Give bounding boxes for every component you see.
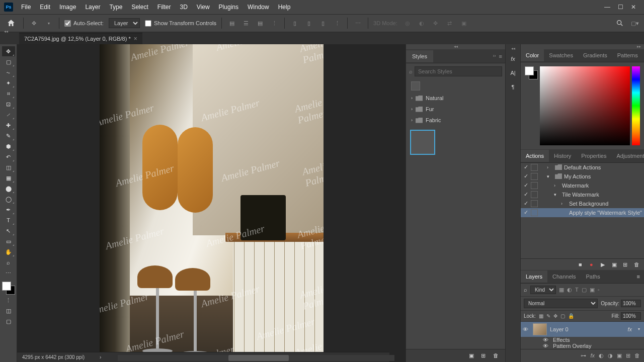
character-panel-icon[interactable]: A| bbox=[507, 67, 519, 79]
lock-brush-icon[interactable]: ✎ bbox=[546, 313, 550, 319]
show-transform-checkbox[interactable]: Show Transform Controls bbox=[145, 20, 216, 27]
styles-search-input[interactable] bbox=[415, 66, 502, 76]
search-icon[interactable] bbox=[615, 19, 625, 28]
edit-toolbar-tool[interactable]: ⋮ bbox=[2, 295, 15, 305]
layer-filter-kind[interactable]: Kind bbox=[530, 286, 556, 294]
align-top-icon[interactable]: ▯ bbox=[290, 19, 300, 28]
blur-tool[interactable]: ⬤ bbox=[2, 184, 15, 194]
history-brush-tool[interactable]: ↶ bbox=[2, 152, 15, 162]
align-left-icon[interactable]: ▤ bbox=[227, 19, 237, 28]
close-button[interactable]: ✕ bbox=[630, 4, 637, 11]
tool-preset-dropdown[interactable]: ▾ bbox=[44, 19, 54, 28]
visibility-icon[interactable]: 👁 bbox=[523, 326, 530, 332]
tab-paths[interactable]: Paths bbox=[581, 270, 605, 283]
action-row[interactable]: ✓▾My Actions bbox=[521, 172, 644, 181]
action-dialog-icon[interactable] bbox=[531, 200, 538, 207]
layer-effect-pattern-overlay[interactable]: 👁 Pattern Overlay bbox=[521, 343, 644, 349]
canvas-area[interactable]: Amelie PalmerAmelie PalmerAmelie PalmerA… bbox=[17, 44, 406, 362]
stop-icon[interactable]: ■ bbox=[579, 261, 585, 267]
heal-tool[interactable]: ✚ bbox=[2, 120, 15, 130]
layer-thumbnail[interactable] bbox=[533, 323, 547, 335]
action-check-icon[interactable]: ✓ bbox=[523, 191, 529, 198]
rectangle-tool[interactable]: ▭ bbox=[2, 236, 15, 246]
color-swatch[interactable] bbox=[2, 282, 15, 295]
maximize-button[interactable]: ☐ bbox=[617, 4, 624, 11]
path-select-tool[interactable]: ↖ bbox=[2, 226, 15, 236]
more-tool[interactable]: ⋯ bbox=[2, 268, 15, 278]
styles-delete-icon[interactable]: 🗑 bbox=[493, 352, 500, 359]
fx-panel-icon[interactable]: fx bbox=[507, 53, 519, 65]
marquee-tool[interactable]: ▢ bbox=[2, 57, 15, 67]
status-chevron[interactable]: › bbox=[100, 354, 101, 360]
action-toggle-icon[interactable]: ▾ bbox=[554, 192, 560, 197]
delete-action-icon[interactable]: 🗑 bbox=[634, 261, 640, 267]
layer-fx-badge[interactable]: fx bbox=[627, 326, 635, 332]
pen-tool[interactable]: ✒ bbox=[2, 205, 15, 215]
layer-row[interactable]: 👁 Layer 0 fx ▾ bbox=[521, 322, 644, 337]
delete-layer-icon[interactable]: 🗑 bbox=[634, 352, 640, 358]
auto-select-target[interactable]: Layer bbox=[109, 18, 140, 28]
move-tool-icon[interactable]: ✥ bbox=[29, 19, 39, 28]
distribute-v-icon[interactable]: ⋮ bbox=[332, 19, 342, 28]
action-row[interactable]: ✓›Watermark bbox=[521, 181, 644, 190]
lasso-tool[interactable]: ⏦ bbox=[2, 67, 15, 77]
action-toggle-icon[interactable]: › bbox=[561, 201, 567, 206]
filter-pixel-icon[interactable]: ▦ bbox=[559, 287, 564, 293]
toolbox-collapse-handle[interactable]: ◂◂ bbox=[4, 29, 8, 34]
workspace-switcher-icon[interactable]: ▢▾ bbox=[630, 19, 640, 28]
tab-history[interactable]: History bbox=[549, 150, 576, 162]
tab-swatches[interactable]: Swatches bbox=[544, 49, 578, 61]
menu-plugins[interactable]: Plugins bbox=[215, 2, 243, 13]
tab-color[interactable]: Color bbox=[521, 49, 544, 61]
lock-pixels-icon[interactable]: ▦ bbox=[539, 313, 543, 319]
filter-type-icon[interactable]: T bbox=[575, 287, 579, 293]
color-picker[interactable] bbox=[521, 62, 644, 149]
style-thumbnail-selected[interactable] bbox=[410, 130, 435, 155]
menu-filter[interactable]: Filter bbox=[153, 2, 175, 13]
blend-mode-select[interactable]: Normal bbox=[524, 299, 598, 308]
paragraph-panel-icon[interactable]: ¶ bbox=[507, 81, 519, 93]
lock-position-icon[interactable]: ✥ bbox=[553, 313, 557, 319]
hand-tool[interactable]: ✋ bbox=[2, 247, 15, 257]
action-check-icon[interactable]: ✓ bbox=[523, 173, 529, 179]
fg-bg-mini-swatch[interactable] bbox=[525, 66, 538, 145]
menu-window[interactable]: Window bbox=[244, 2, 273, 13]
wand-tool[interactable]: ✦ bbox=[2, 78, 15, 88]
styles-panel-collapse-handle[interactable]: ◂◂ bbox=[406, 44, 505, 49]
action-check-icon[interactable]: ✓ bbox=[523, 182, 529, 189]
styles-menu-icon[interactable]: ≡ bbox=[499, 53, 502, 59]
filter-toggle-icon[interactable]: ◦ bbox=[598, 287, 600, 293]
eraser-tool[interactable]: ◫ bbox=[2, 162, 15, 172]
tab-actions[interactable]: Actions bbox=[521, 150, 549, 162]
new-action-icon[interactable]: ⊞ bbox=[623, 261, 629, 267]
auto-select-checkbox[interactable]: Auto-Select: bbox=[64, 20, 104, 27]
layers-panel-menu-icon[interactable]: ≡ bbox=[633, 274, 644, 280]
frame-tool[interactable]: ⊡ bbox=[2, 99, 15, 109]
action-row[interactable]: ✓Apply style "Watermark Style" bbox=[521, 208, 644, 217]
filter-smart-icon[interactable]: ▣ bbox=[590, 287, 595, 293]
canvas[interactable]: Amelie PalmerAmelie PalmerAmelie PalmerA… bbox=[100, 44, 324, 356]
action-row[interactable]: ✓›Default Actions bbox=[521, 163, 644, 172]
action-toggle-icon[interactable]: › bbox=[554, 183, 560, 188]
visibility-icon[interactable]: 👁 bbox=[543, 337, 550, 343]
tab-patterns[interactable]: Patterns bbox=[612, 49, 643, 61]
tab-adjustments[interactable]: Adjustments bbox=[611, 150, 644, 162]
layer-name[interactable]: Layer 0 bbox=[550, 326, 569, 332]
home-button[interactable] bbox=[4, 16, 18, 30]
link-layers-icon[interactable]: ⊶ bbox=[581, 352, 586, 359]
lock-artboard-icon[interactable]: ▢ bbox=[560, 313, 565, 319]
menu-image[interactable]: Image bbox=[55, 2, 80, 13]
collapsed-expand-handle[interactable]: ◂◂ bbox=[511, 46, 515, 51]
action-dialog-icon[interactable] bbox=[531, 164, 538, 171]
styles-tab[interactable]: Styles bbox=[406, 50, 433, 62]
menu-select[interactable]: Select bbox=[127, 2, 152, 13]
style-group-fabric[interactable]: ›Fabric bbox=[406, 115, 505, 126]
action-check-icon[interactable]: ✓ bbox=[523, 164, 529, 170]
layer-effects-row[interactable]: 👁 Effects bbox=[521, 337, 644, 343]
filter-adjust-icon[interactable]: ◐ bbox=[567, 287, 572, 293]
style-group-natural[interactable]: ›Natural bbox=[406, 93, 505, 104]
new-group-icon[interactable]: ▣ bbox=[617, 352, 622, 359]
document-tab[interactable]: 7C2A7594.jpg @ 12,5% (Layer 0, RGB/8) * … bbox=[19, 33, 142, 44]
more-align-icon[interactable]: ⋯ bbox=[353, 19, 363, 28]
action-toggle-icon[interactable]: ▾ bbox=[547, 174, 553, 179]
